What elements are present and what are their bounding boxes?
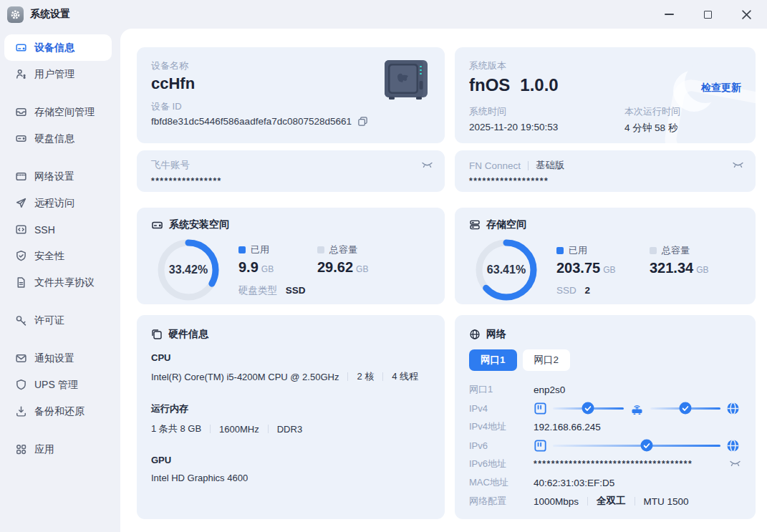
used-legend-swatch: [238, 246, 246, 253]
device-name-card: 设备名称 ccHfn 设备 ID fbfd8e31dc5446f586aadfe…: [137, 47, 445, 143]
ipv6-label: IPv6: [469, 440, 534, 451]
system-version-card: 系统版本 fnOS 1.0.0 检查更新 系统时间 2025-11-20 19:…: [455, 47, 756, 143]
user-management-icon: [15, 68, 27, 80]
nas-device-illustration: [380, 57, 432, 107]
tab-port-1[interactable]: 网口1: [469, 349, 517, 371]
storage-space-title: 存储空间: [486, 218, 526, 231]
sidebar-item-ssh[interactable]: SSH: [4, 216, 112, 243]
sidebar-item-backup-restore[interactable]: 备份和还原: [4, 398, 112, 425]
connection-check-icon: [582, 402, 594, 415]
sidebar-item-label: 存储空间管理: [34, 106, 95, 119]
sidebar-item-security[interactable]: 安全性: [4, 243, 112, 269]
fn-connect-card: FN Connect 基础版 ******************: [455, 150, 756, 192]
internet-globe-icon: [726, 402, 740, 415]
mac-address-label: MAC地址: [469, 476, 534, 489]
sidebar-item-applications[interactable]: 应用: [4, 436, 112, 463]
used-label: 已用: [569, 244, 587, 257]
sidebar-item-network-settings[interactable]: 网络设置: [4, 163, 112, 190]
internet-globe-icon: [726, 439, 740, 453]
eye-closed-icon[interactable]: [729, 460, 741, 468]
storage-management-icon: [15, 106, 27, 118]
sidebar-item-remote-access[interactable]: 远程访问: [4, 190, 112, 216]
disk-type-value: SSD: [286, 285, 306, 296]
network-globe-icon: [469, 329, 481, 340]
memory-speed: 1600MHz: [219, 424, 259, 435]
used-legend-swatch: [556, 247, 564, 254]
ups-shield-icon: [15, 379, 27, 391]
cpu-model: Intel(R) Core(TM) i5-4200M CPU @ 2.50GHz: [151, 372, 339, 382]
connection-check-icon: [679, 402, 691, 415]
system-time-value: 2025-11-20 19:50:53: [469, 122, 624, 132]
eye-closed-icon[interactable]: [732, 161, 744, 170]
sidebar-item-user-management[interactable]: 用户管理: [4, 61, 112, 87]
memory-type: DDR3: [277, 424, 302, 435]
nas-node-icon: [534, 439, 547, 453]
network-settings-icon: [15, 170, 27, 183]
ipv4-address-label: IPv4地址: [469, 420, 534, 433]
os-version: 1.0.0: [520, 75, 558, 95]
total-unit: GB: [696, 265, 708, 275]
used-label: 已用: [251, 243, 269, 256]
sidebar-item-device-info[interactable]: 设备信息: [4, 34, 112, 61]
install-space-percent: 33.42%: [157, 238, 220, 301]
titlebar: 系统设置: [0, 0, 767, 29]
file-sharing-icon: [15, 276, 27, 289]
install-space-title: 系统安装空间: [169, 218, 229, 231]
cpu-cores: 2 核: [357, 370, 374, 383]
remote-access-icon: [15, 197, 27, 209]
connection-check-icon: [641, 440, 653, 452]
total-label: 总容量: [662, 244, 690, 257]
sidebar-item-label: 通知设置: [34, 352, 74, 365]
system-version-label: 系统版本: [469, 59, 741, 72]
device-info-icon: [15, 42, 27, 54]
os-name: fnOS: [469, 75, 510, 95]
used-unit: GB: [261, 264, 274, 274]
notification-mail-icon: [15, 352, 27, 364]
minimize-button[interactable]: [660, 5, 678, 24]
fn-connect-masked-value: ******************: [469, 176, 744, 186]
sidebar-item-label: 安全性: [34, 250, 64, 263]
ipv6-address-label: IPv6地址: [469, 458, 534, 470]
used-value: 203.75: [556, 260, 600, 276]
memory-size: 1 条共 8 GB: [151, 422, 201, 435]
total-unit: GB: [356, 264, 368, 274]
copy-device-id-button[interactable]: [357, 116, 368, 127]
link-speed: 1000Mbps: [534, 496, 579, 507]
ipv6-connection-diagram: [534, 439, 741, 453]
sidebar-item-notification-settings[interactable]: 通知设置: [4, 345, 112, 372]
network-card: 网络 网口1 网口2 网口1 enp2s0 IPv4: [455, 315, 756, 519]
sidebar-item-ups-management[interactable]: UPS 管理: [4, 372, 112, 398]
gpu-section: GPU Intel HD Graphics 4600: [151, 455, 430, 483]
sidebar-item-license[interactable]: 许可证: [4, 307, 112, 334]
sidebar-item-label: 网络设置: [34, 170, 74, 183]
total-label: 总容量: [329, 243, 357, 256]
router-icon: [629, 401, 645, 415]
tab-port-2[interactable]: 网口2: [523, 349, 571, 371]
used-unit: GB: [603, 265, 615, 275]
sidebar-item-storage-management[interactable]: 存储空间管理: [4, 99, 112, 125]
main-content: 设备名称 ccHfn 设备 ID fbfd8e31dc5446f586aadfe…: [120, 29, 767, 532]
close-button[interactable]: [737, 5, 756, 24]
system-time-label: 系统时间: [469, 105, 624, 118]
feiniu-account-card: 飞牛账号 ****************: [137, 150, 445, 192]
sidebar-item-disk-info[interactable]: 硬盘信息: [4, 125, 112, 152]
eye-closed-icon[interactable]: [421, 161, 433, 170]
mtu-value: MTU 1500: [644, 496, 689, 507]
window-title: 系统设置: [30, 8, 70, 21]
gpu-label: GPU: [151, 455, 430, 465]
sidebar-item-file-sharing[interactable]: 文件共享协议: [4, 269, 112, 296]
maximize-button[interactable]: [698, 5, 717, 24]
sidebar-item-label: 用户管理: [34, 68, 74, 81]
install-space-drive-icon: [151, 219, 163, 231]
uptime-value: 4 分钟 58 秒: [624, 122, 680, 135]
network-config-label: 网络配置: [469, 495, 534, 508]
sidebar-item-label: 文件共享协议: [34, 276, 95, 289]
hardware-info-icon: [151, 329, 163, 340]
license-key-icon: [15, 314, 27, 327]
disk-type-label: 硬盘类型: [238, 285, 277, 296]
check-update-link[interactable]: 检查更新: [701, 82, 741, 95]
mac-address-value: 40:62:31:03:EF:D5: [534, 478, 614, 488]
cpu-label: CPU: [151, 352, 430, 363]
storage-space-percent: 63.41%: [475, 238, 538, 301]
total-value: 29.62: [317, 259, 353, 275]
